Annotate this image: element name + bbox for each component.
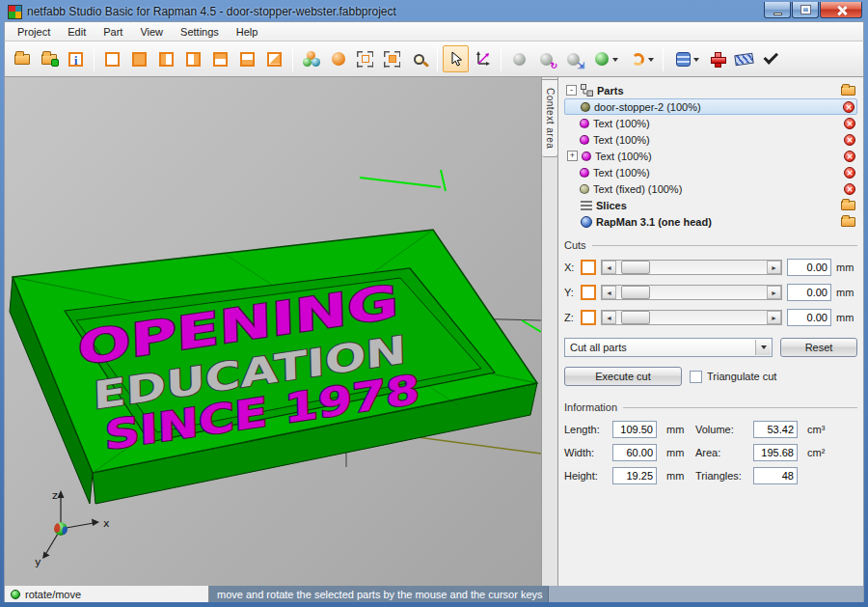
tree-root-slices[interactable]: Slices: [564, 197, 857, 213]
delete-part-icon[interactable]: ✕: [844, 183, 855, 195]
cut-y-slider-thumb[interactable]: [621, 286, 650, 299]
cut-y-slider-track[interactable]: [616, 286, 767, 299]
rotate-view-tool-button[interactable]: [470, 45, 496, 72]
view-back-button[interactable]: [99, 45, 125, 72]
cut-x-slider-thumb[interactable]: [621, 261, 650, 274]
triangles-label: Triangles:: [695, 470, 749, 482]
tree-item-text-4[interactable]: Text (100%) ✕: [564, 164, 857, 180]
menu-project[interactable]: Project: [9, 23, 59, 41]
triangulate-cut-option[interactable]: Triangulate cut: [690, 371, 776, 383]
view-iso-button[interactable]: [261, 45, 287, 72]
select-tool-button[interactable]: [443, 45, 469, 72]
cut-z-slider-track[interactable]: [616, 311, 767, 324]
material-button[interactable]: [587, 45, 622, 72]
scale-part-button[interactable]: ⇲: [560, 45, 586, 72]
view-top-button[interactable]: [207, 45, 233, 72]
tree-item-label: door-stopper-2 (100%): [594, 101, 701, 113]
dropdown-button[interactable]: [755, 340, 771, 355]
slider-right-arrow-icon[interactable]: ►: [767, 261, 781, 274]
tree-item-text-fixed[interactable]: Text (fixed) (100%) ✕: [564, 180, 857, 197]
area-label: Area:: [695, 447, 749, 458]
triangulate-cut-checkbox[interactable]: [690, 371, 702, 383]
apply-button[interactable]: [758, 45, 784, 72]
triangles-value[interactable]: [753, 467, 798, 484]
move-part-button[interactable]: [506, 45, 532, 72]
folder-icon[interactable]: [841, 217, 855, 227]
tree-item-label: Text (100%): [593, 118, 650, 129]
cut-y-slider[interactable]: ◄ ►: [601, 285, 782, 300]
menu-settings[interactable]: Settings: [172, 23, 228, 41]
delete-part-icon[interactable]: ✕: [844, 151, 855, 162]
add-button[interactable]: [704, 45, 730, 72]
measure-button[interactable]: [731, 45, 757, 72]
folder-icon[interactable]: [841, 201, 855, 210]
slider-left-arrow-icon[interactable]: ◄: [602, 311, 616, 324]
fit-all-button[interactable]: [379, 45, 405, 72]
delete-part-icon[interactable]: ✕: [844, 134, 855, 146]
tree-root-parts[interactable]: - Parts: [564, 82, 857, 98]
view-front-button[interactable]: [126, 45, 152, 72]
maximize-button[interactable]: [792, 2, 819, 18]
volume-value[interactable]: [753, 421, 798, 438]
area-value[interactable]: [753, 444, 798, 461]
area-unit: cm²: [807, 447, 836, 458]
cut-y-toggle[interactable]: [581, 285, 596, 300]
cut-x-slider[interactable]: ◄ ►: [601, 260, 782, 275]
cut-z-slider-thumb[interactable]: [621, 311, 650, 324]
menu-help[interactable]: Help: [228, 23, 267, 41]
slider-right-arrow-icon[interactable]: ►: [767, 311, 781, 324]
reset-button[interactable]: Reset: [780, 338, 857, 357]
cut-z-slider[interactable]: ◄ ►: [601, 310, 782, 325]
cut-x-value-input[interactable]: [787, 259, 831, 276]
cut-mode-select[interactable]: Cut all parts: [564, 338, 773, 357]
height-value[interactable]: [612, 467, 657, 484]
folder-icon[interactable]: [841, 86, 855, 96]
tree-item-door-stopper[interactable]: door-stopper-2 (100%) ✕: [564, 98, 857, 115]
door-stopper-model[interactable]: OPENING EDUCATION SINCE 1978: [10, 230, 537, 504]
status-hint-panel: move and rotate the selected parts by th…: [209, 586, 549, 602]
cut-x-toggle[interactable]: [581, 260, 596, 275]
slice-button[interactable]: [668, 45, 703, 72]
close-button[interactable]: [820, 2, 862, 18]
tree-item-text-3[interactable]: + Text (100%) ✕: [564, 148, 857, 164]
part-info-button[interactable]: i: [63, 45, 89, 72]
repair-button[interactable]: [623, 45, 658, 72]
highlight-part-button[interactable]: [325, 45, 351, 72]
minimize-button[interactable]: [764, 2, 791, 18]
fit-selection-button[interactable]: [352, 45, 378, 72]
cut-y-value-input[interactable]: [787, 284, 831, 301]
menu-part[interactable]: Part: [95, 23, 131, 41]
cut-z-toggle[interactable]: [581, 310, 596, 325]
tree-item-text-1[interactable]: Text (100%) ✕: [564, 115, 857, 131]
delete-part-icon[interactable]: ✕: [844, 167, 855, 179]
tree-item-text-2[interactable]: Text (100%) ✕: [564, 131, 857, 148]
slider-right-arrow-icon[interactable]: ►: [767, 286, 781, 299]
slider-left-arrow-icon[interactable]: ◄: [602, 286, 616, 299]
cut-x-slider-track[interactable]: [616, 261, 767, 274]
title-bar[interactable]: netfabb Studio Basic for Rapman 4.5 - do…: [4, 0, 864, 21]
expand-icon[interactable]: +: [567, 151, 578, 161]
delete-part-icon[interactable]: ✕: [843, 101, 854, 113]
length-value[interactable]: [612, 421, 657, 438]
rotate-part-button[interactable]: ↻: [533, 45, 559, 72]
width-value[interactable]: [612, 444, 657, 461]
cut-z-value-input[interactable]: [787, 309, 831, 326]
menu-view[interactable]: View: [131, 23, 172, 41]
open-project-button[interactable]: [9, 45, 35, 72]
viewport-3d-scene[interactable]: OPENING EDUCATION SINCE 1978: [5, 77, 541, 586]
part-color-dot: [580, 135, 589, 145]
menu-edit[interactable]: Edit: [59, 23, 95, 41]
add-part-button[interactable]: [36, 45, 62, 72]
show-all-parts-button[interactable]: [298, 45, 324, 72]
context-area-tab[interactable]: Context area: [542, 79, 558, 157]
tree-root-machine[interactable]: RapMan 3.1 (one head): [564, 213, 857, 230]
collapse-icon[interactable]: -: [566, 85, 577, 96]
execute-cut-button[interactable]: Execute cut: [564, 367, 682, 386]
delete-part-icon[interactable]: ✕: [844, 118, 855, 129]
view-left-button[interactable]: [153, 45, 179, 72]
zoom-button[interactable]: [406, 45, 432, 72]
viewport-3d[interactable]: OPENING EDUCATION SINCE 1978: [5, 77, 541, 586]
view-bottom-button[interactable]: [234, 45, 260, 72]
slider-left-arrow-icon[interactable]: ◄: [602, 261, 616, 274]
view-right-button[interactable]: [180, 45, 206, 72]
